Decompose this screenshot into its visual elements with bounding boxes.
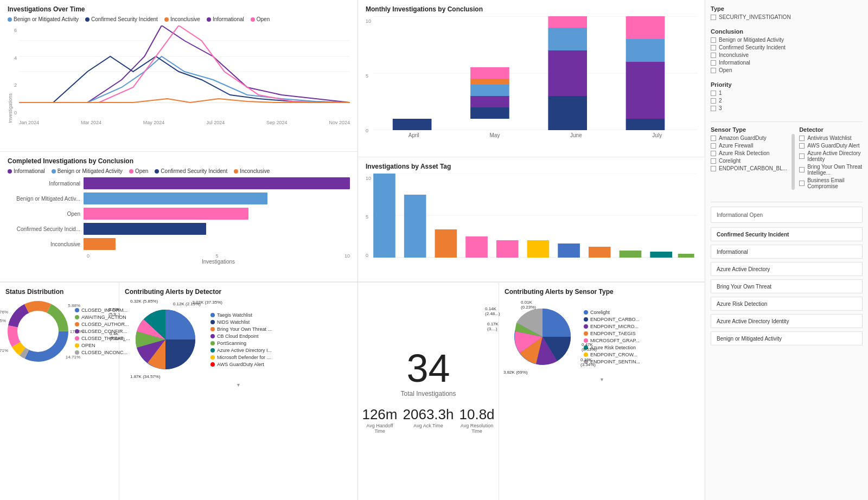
hbar-chart-title: Completed Investigations by Conclusion [8, 157, 350, 165]
hbar-x-label: Investigations [8, 259, 350, 265]
svg-rect-36 [465, 236, 488, 258]
svg-rect-38 [527, 240, 550, 258]
filter-priority: Priority 1 2 3 [711, 81, 863, 113]
svg-rect-29 [626, 16, 665, 39]
svg-rect-26 [626, 119, 665, 130]
bring-your-own-threat-item: Bring Your Own Threat [711, 279, 863, 293]
filter-conclusion: Conclusion Benign or Mitigated Activity … [711, 28, 863, 75]
filter-type: Type SECURITY_INVESTIGATION [711, 5, 863, 22]
asset-tag-svg [372, 174, 697, 258]
svg-rect-22 [548, 96, 587, 130]
line-chart-legend: Benign or Mitigated Activity Confirmed S… [8, 16, 350, 22]
status-donut-chart [5, 299, 71, 364]
alerts-detector-title: Contributing Alerts by Detector [125, 288, 352, 296]
asset-tag-title: Investigations by Asset Tag [366, 163, 697, 170]
svg-rect-40 [589, 247, 611, 258]
svg-rect-20 [470, 79, 509, 85]
hbar-chart-legend: Informational Benign or Mitigated Activi… [8, 168, 350, 174]
svg-rect-41 [620, 251, 642, 258]
kpi-ack-label: Avg Ack Time [403, 423, 454, 428]
alerts-detector-pie [125, 299, 206, 380]
kpi-handoff: 126m [362, 406, 397, 423]
kpi-total-label: Total Investigations [400, 390, 456, 398]
filter-type-item-0[interactable]: SECURITY_INVESTIGATION [711, 14, 863, 20]
line-chart-title: Investigations Over Time [8, 5, 350, 13]
svg-rect-43 [678, 254, 694, 258]
hbar-chart: Informational Benign or Mitigated Activ.… [8, 177, 350, 250]
filter-priority-title: Priority [711, 81, 863, 88]
svg-rect-17 [470, 107, 509, 119]
kpi-ack: 2063.3h [403, 406, 454, 423]
azure-ad-item: Azure Active Directory [711, 262, 863, 276]
line-chart-svg [19, 25, 350, 118]
svg-rect-33 [373, 174, 395, 258]
kpi-handoff-label: Avg Handoff Time [362, 423, 397, 434]
svg-rect-39 [558, 243, 580, 258]
azure-risk-detection-item: Azure Risk Detection [711, 297, 863, 311]
filter-conclusion-item-0[interactable]: Benign or Mitigated Activity [711, 37, 863, 43]
filter-detector: Detector Antivirus Watchlist AWS GuardDu… [799, 126, 863, 191]
svg-rect-37 [496, 240, 519, 258]
filter-sensor-type: Sensor Type Amazon GuardDuty Azure Firew… [711, 126, 787, 191]
sensor-type-pie [505, 299, 580, 375]
svg-rect-23 [548, 50, 587, 96]
svg-point-11 [17, 311, 59, 352]
svg-rect-25 [548, 16, 587, 28]
sensor-type-title: Contributing Alerts by Sensor Type [505, 288, 699, 296]
azure-aad-identity-item: Azure Active Directory Identity [711, 314, 863, 328]
filter-type-checkbox-0[interactable] [711, 15, 716, 20]
y-axis-label-line: Investigations [8, 25, 13, 123]
kpi-total: 34 [406, 349, 450, 388]
svg-rect-16 [393, 119, 432, 130]
filter-sensor-type-title: Sensor Type [711, 126, 787, 133]
svg-rect-42 [650, 252, 672, 258]
filter-type-title: Type [711, 5, 863, 12]
info-open-badge: Informational Open [711, 207, 863, 223]
status-dist-title: Status Distribution [5, 288, 113, 296]
monthly-chart-title: Monthly Investigations by Conclusion [366, 5, 697, 13]
svg-rect-27 [626, 62, 665, 119]
svg-rect-18 [470, 96, 509, 107]
confirmed-security-incident-item: Confirmed Security Incident [711, 227, 863, 241]
svg-rect-35 [435, 229, 457, 258]
svg-rect-28 [626, 39, 665, 62]
svg-rect-21 [470, 67, 509, 79]
filter-detector-title: Detector [799, 126, 863, 133]
stacked-bar-svg [373, 16, 697, 130]
svg-rect-24 [548, 28, 587, 50]
kpi-resolution: 10.8d [459, 406, 494, 423]
filter-conclusion-title: Conclusion [711, 28, 863, 35]
kpi-resolution-label: Avg Resolution Time [459, 423, 494, 434]
informational-item: Informational [711, 245, 863, 259]
svg-rect-34 [404, 195, 426, 258]
benign-mitigated-item: Benign or Mitigated Activity [711, 331, 863, 345]
svg-rect-19 [470, 85, 509, 96]
